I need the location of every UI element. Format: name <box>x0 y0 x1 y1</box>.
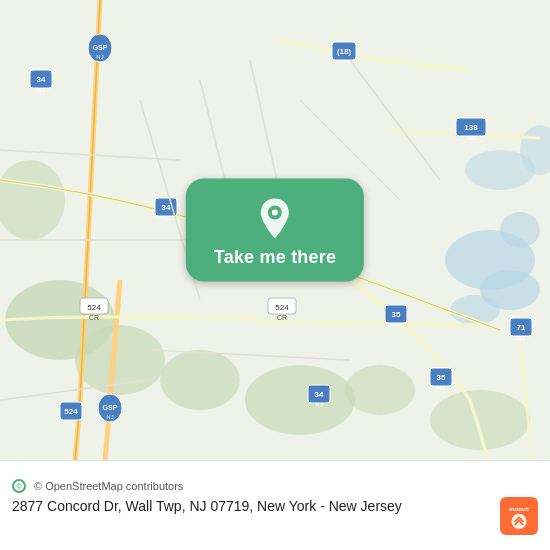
svg-text:NJ: NJ <box>96 54 103 60</box>
svg-point-11 <box>345 365 415 415</box>
svg-text:34: 34 <box>162 203 171 212</box>
svg-text:34: 34 <box>37 75 46 84</box>
take-me-there-button[interactable]: Take me there <box>186 179 364 282</box>
svg-text:(18): (18) <box>337 47 352 56</box>
info-bar: © © OpenStreetMap contributors 2877 Conc… <box>0 460 550 550</box>
svg-text:34: 34 <box>315 390 324 399</box>
svg-text:35: 35 <box>392 310 401 319</box>
svg-text:138: 138 <box>464 123 478 132</box>
map-container: 524 CR 524 CR 34 NJ 34 NJ 35 NJ 35 NJ (1… <box>0 0 550 460</box>
svg-text:moovit: moovit <box>509 504 529 511</box>
svg-text:524: 524 <box>64 407 78 416</box>
moovit-icon: moovit <box>500 497 538 535</box>
svg-point-61 <box>272 210 278 216</box>
svg-text:71: 71 <box>517 323 526 332</box>
svg-text:©: © <box>16 483 22 490</box>
osm-icon: © <box>12 479 26 493</box>
svg-text:GSP: GSP <box>103 404 118 411</box>
location-pin-icon <box>257 197 293 241</box>
svg-point-10 <box>245 365 355 435</box>
moovit-logo: moovit <box>500 497 538 535</box>
svg-text:NJ: NJ <box>315 402 322 408</box>
svg-point-9 <box>160 350 240 410</box>
svg-text:35: 35 <box>437 373 446 382</box>
take-me-there-label: Take me there <box>214 247 336 268</box>
svg-text:NJ: NJ <box>37 87 44 93</box>
copyright-text: © OpenStreetMap contributors <box>34 480 183 492</box>
svg-point-4 <box>500 212 540 248</box>
svg-point-13 <box>430 390 530 450</box>
svg-text:CR: CR <box>89 314 99 321</box>
copyright-row: © © OpenStreetMap contributors <box>12 479 538 493</box>
take-me-there-overlay[interactable]: Take me there <box>186 179 364 282</box>
svg-text:NJ: NJ <box>106 414 113 420</box>
svg-text:NJ: NJ <box>392 322 399 328</box>
address-text: 2877 Concord Dr, Wall Twp, NJ 07719, New… <box>12 497 492 516</box>
svg-text:CR: CR <box>277 314 287 321</box>
svg-text:NJ: NJ <box>162 215 169 221</box>
svg-text:NJ: NJ <box>517 335 524 341</box>
svg-text:NJ: NJ <box>437 385 444 391</box>
svg-text:GSP: GSP <box>93 44 108 51</box>
svg-text:NJ: NJ <box>467 135 474 141</box>
svg-text:524: 524 <box>87 303 101 312</box>
address-row: 2877 Concord Dr, Wall Twp, NJ 07719, New… <box>12 497 538 535</box>
osm-logo: © <box>12 479 26 493</box>
svg-text:524: 524 <box>275 303 289 312</box>
